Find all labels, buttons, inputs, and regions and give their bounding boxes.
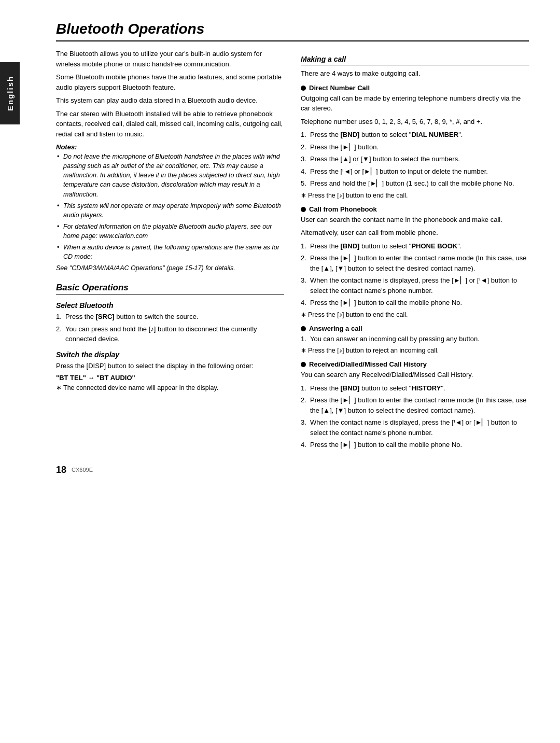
right-column: Making a call There are 4 ways to make o… [301,49,529,452]
answering-call-section: Answering a call [301,325,529,332]
phonebook-asterisk: Press the [♪] button to end the call. [301,310,529,319]
two-column-layout: The Bluetooth allows you to utilize your… [56,49,529,452]
select-bluetooth-step-1: Press the [SRC] button to switch the sou… [56,312,284,322]
received-missed-steps: Press the [BND] button to select "HISTOR… [301,383,529,450]
call-phonebook-title: Call from Phonebook [309,205,377,213]
call-phonebook-intro: User can search the contact name in the … [301,215,529,225]
history-step-1: Press the [BND] button to select "HISTOR… [301,383,529,394]
received-missed-title: Received/Dialled/Missed Call History [309,360,427,368]
intro-para-3: This system can play audio data stored i… [56,95,284,106]
notes-title: Notes: [56,143,284,151]
intro-para-1: The Bluetooth allows you to utilize your… [56,49,284,69]
direct-step-2: Press the [►▏] button. [301,142,529,152]
direct-number-call-phone-note: Telephone number uses 0, 1, 2, 3, 4, 5, … [301,117,529,127]
direct-number-call-intro: Outgoing call can be made by entering te… [301,93,529,114]
notes-list: Do not leave the microphone of Bluetooth… [56,152,284,261]
call-phonebook-alt: Alternatively, user can call from mobile… [301,228,529,238]
direct-number-call-section: Direct Number Call [301,84,529,92]
bullet-icon-direct [301,86,306,91]
direct-step-5: Press and hold the [►▏] button (1 sec.) … [301,178,529,189]
history-step-3: When the contact name is displayed, pres… [301,417,529,438]
phonebook-step-4: Press the [►▏] button to call the mobile… [301,298,529,308]
received-missed-intro: You can search any Received/Dialled/Miss… [301,370,529,380]
answering-call-steps: You can answer an incoming call by press… [301,334,529,344]
switch-display-intro: Press the [DISP] button to select the di… [56,361,284,371]
direct-number-call-steps: Press the [BND] button to select "DIAL N… [301,130,529,189]
note-1: Do not leave the microphone of Bluetooth… [56,152,284,199]
page-footer: 18 CX609E [56,465,529,475]
answering-call-title: Answering a call [309,325,362,332]
model-code: CX609E [72,467,93,473]
bt-tel-label: "BT TEL" ↔ "BT AUDIO" [56,374,284,382]
note-2: This system will not operate or may oper… [56,201,284,220]
select-bluetooth-steps: Press the [SRC] button to switch the sou… [56,312,284,344]
select-bluetooth-step-2: You can press and hold the [♪] button to… [56,324,284,344]
basic-ops-title: Basic Operations [56,283,284,295]
page-title: Bluetooth Operations [56,21,529,41]
note-3: For detailed information on the playable… [56,222,284,241]
direct-step-4: Press the [ᑊ◄] or [►▏] button to input o… [301,166,529,177]
direct-step-3: Press the [▲] or [▼] button to select th… [301,154,529,164]
phonebook-step-3: When the contact name is displayed, pres… [301,275,529,296]
page-number: 18 [56,465,66,475]
call-phonebook-section: Call from Phonebook [301,205,529,213]
left-column: The Bluetooth allows you to utilize your… [56,49,284,452]
bullet-icon-phonebook [301,207,306,212]
content-wrapper: Bluetooth Operations The Bluetooth allow… [56,21,529,475]
page: English Bluetooth Operations The Bluetoo… [0,0,560,743]
direct-number-call-title: Direct Number Call [309,84,370,92]
bullet-icon-history [301,362,306,367]
answer-step-1: You can answer an incoming call by press… [301,334,529,344]
phonebook-step-1: Press the [BND] button to select "PHONE … [301,241,529,251]
making-call-title: Making a call [301,55,529,65]
making-call-intro: There are 4 ways to make outgoing call. [301,68,529,79]
switch-display-note: The connected device name will appear in… [56,383,284,392]
answering-asterisk: Press the [♪] button to reject an incomi… [301,346,529,355]
select-bluetooth-title: Select Bluetooth [56,301,284,310]
note-4: When a audio device is paired, the follo… [56,243,284,261]
call-phonebook-steps: Press the [BND] button to select "PHONE … [301,241,529,308]
history-step-4: Press the [►▏] button to call the mobile… [301,440,529,450]
intro-para-4: The car stereo with Bluetooth installed … [56,109,284,139]
language-tab: English [0,62,20,124]
see-also: See "CD/MP3/WMA/AAC Operations" (page 15… [56,263,284,273]
direct-call-asterisk: Press the [♪] button to end the call. [301,191,529,200]
history-step-2: Press the [►▏] button to enter the conta… [301,395,529,415]
phonebook-step-2: Press the [►▏] button to enter the conta… [301,253,529,273]
direct-step-1: Press the [BND] button to select "DIAL N… [301,130,529,140]
intro-para-2: Some Bluetooth mobile phones have the au… [56,72,284,92]
bullet-icon-answer [301,326,306,331]
switch-display-title: Switch the display [56,351,284,359]
received-missed-section: Received/Dialled/Missed Call History [301,360,529,368]
